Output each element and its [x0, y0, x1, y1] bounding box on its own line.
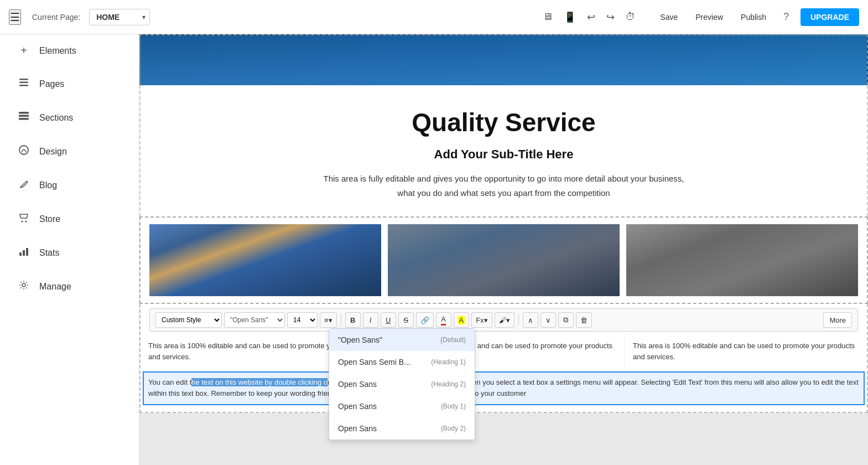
- sidebar-item-pages[interactable]: Pages: [0, 67, 139, 101]
- sidebar-item-blog-label: Blog: [39, 180, 57, 190]
- text-col-3-text: This area is 100% editable and can be us…: [633, 342, 855, 361]
- sidebar-item-manage[interactable]: Manage: [0, 270, 139, 303]
- canvas-area: Quality Service Add Your Sub-Title Here …: [139, 34, 868, 465]
- move-down-button[interactable]: ∨: [540, 312, 556, 328]
- duplicate-button[interactable]: ⧉: [558, 312, 574, 328]
- mechanic-image-2: [388, 224, 620, 296]
- mobile-view-button[interactable]: 📱: [560, 9, 579, 25]
- topbar-device-icons: 🖥 📱 ↩ ↪ ⏱: [539, 9, 639, 25]
- font-option-opensans-heading2[interactable]: Open Sans (Heading 2): [329, 373, 475, 395]
- svg-point-8: [25, 221, 27, 223]
- font-option-label-1: "Open Sans": [338, 335, 382, 344]
- quality-title: Quality Service: [152, 107, 856, 137]
- undo-button[interactable]: ↩: [584, 9, 599, 25]
- sidebar-item-store[interactable]: Store: [0, 202, 139, 236]
- body-text: This area is fully editable and gives yo…: [283, 172, 725, 200]
- store-icon: [17, 212, 30, 226]
- editable-text-highlight: he text on this website by double clicki…: [191, 378, 328, 386]
- preview-button[interactable]: Preview: [690, 9, 729, 25]
- mechanic-image-3: [626, 224, 858, 296]
- italic-button[interactable]: I: [363, 312, 378, 328]
- align-button[interactable]: ≡▾: [320, 312, 337, 328]
- hero-image: [141, 35, 867, 85]
- underline-button[interactable]: U: [381, 312, 396, 328]
- sections-icon: [17, 111, 30, 125]
- help-button[interactable]: ?: [778, 9, 794, 25]
- toolbar-section: Custom Style "Open Sans" 14 ≡▾ B I U S 🔗: [139, 304, 868, 413]
- svg-rect-3: [19, 112, 29, 114]
- svg-rect-2: [19, 85, 28, 86]
- stats-icon: [17, 246, 30, 260]
- pages-icon: [17, 77, 30, 91]
- text-color-button[interactable]: A: [436, 312, 451, 328]
- effects-button[interactable]: Fx▾: [471, 312, 492, 328]
- text-col-3: This area is 100% editable and can be us…: [625, 334, 867, 369]
- topbar: ☰ Current Page: HOME ABOUT CONTACT 🖥 📱 ↩…: [0, 0, 868, 34]
- more-button[interactable]: More: [823, 312, 852, 328]
- publish-button[interactable]: Publish: [735, 9, 772, 25]
- desktop-view-button[interactable]: 🖥: [539, 9, 556, 25]
- editable-text-box[interactable]: You can edit the text on this website by…: [143, 371, 865, 405]
- font-size-select[interactable]: 14: [287, 312, 318, 328]
- sidebar-item-sections[interactable]: Sections: [0, 101, 139, 135]
- font-option-tag-3: (Heading 2): [431, 380, 466, 388]
- font-option-opensans-default[interactable]: "Open Sans" (Default): [329, 329, 475, 351]
- save-button[interactable]: Save: [654, 9, 683, 25]
- blog-icon: [17, 178, 30, 192]
- sidebar-item-pages-label: Pages: [39, 79, 64, 89]
- sidebar-item-elements-label: Elements: [39, 46, 76, 56]
- move-up-button[interactable]: ∧: [523, 312, 538, 328]
- font-option-label-5: Open Sans: [338, 424, 377, 433]
- font-option-tag-1: (Default): [440, 336, 466, 344]
- sidebar-item-design[interactable]: Design: [0, 135, 139, 168]
- quality-service-section: Quality Service Add Your Sub-Title Here …: [139, 85, 868, 216]
- toolbar-sep-2: [518, 314, 519, 326]
- svg-rect-0: [19, 79, 28, 80]
- strikethrough-button[interactable]: S: [398, 312, 414, 328]
- text-columns-row: This area is 100% editable and can be us…: [141, 334, 867, 369]
- editable-text-content: You can edit t: [148, 378, 191, 386]
- paint-button[interactable]: 🖌▾: [495, 312, 514, 328]
- highlight-label: A: [458, 316, 465, 324]
- manage-icon: [17, 280, 30, 293]
- svg-rect-11: [26, 248, 28, 256]
- font-option-label-3: Open Sans: [338, 380, 377, 389]
- font-option-opensans-body2[interactable]: Open Sans (Body 2): [329, 417, 475, 440]
- font-option-opensans-body1[interactable]: Open Sans (Body 1): [329, 395, 475, 417]
- delete-button[interactable]: 🗑: [576, 312, 592, 328]
- hero-section: [139, 34, 868, 85]
- sidebar-item-store-label: Store: [39, 214, 60, 224]
- svg-point-6: [19, 146, 28, 154]
- main-layout: + Elements Pages Sections Design Blog: [0, 34, 868, 465]
- design-icon: [17, 144, 30, 158]
- svg-point-12: [22, 283, 25, 287]
- sidebar-item-elements[interactable]: + Elements: [0, 34, 139, 67]
- current-page-label: Current Page:: [32, 13, 80, 22]
- link-button[interactable]: 🔗: [416, 312, 434, 328]
- font-dropdown: "Open Sans" (Default) Open Sans Semi B..…: [329, 328, 475, 440]
- svg-point-7: [22, 221, 23, 223]
- style-select[interactable]: Custom Style: [155, 312, 222, 328]
- font-select[interactable]: "Open Sans": [224, 312, 285, 328]
- images-section: [139, 216, 868, 304]
- font-option-label-4: Open Sans: [338, 402, 377, 411]
- toolbar-sep-1: [341, 314, 341, 326]
- sidebar-item-stats[interactable]: Stats: [0, 236, 139, 270]
- history-button[interactable]: ⏱: [622, 9, 639, 25]
- page-select-dropdown[interactable]: HOME ABOUT CONTACT: [89, 9, 150, 25]
- font-option-opensans-heading1[interactable]: Open Sans Semi B... (Heading 1): [329, 351, 475, 373]
- sidebar-item-stats-label: Stats: [39, 248, 59, 258]
- font-option-label-2: Open Sans Semi B...: [338, 358, 410, 366]
- bold-button[interactable]: B: [345, 312, 361, 328]
- subtitle: Add Your Sub-Title Here: [152, 147, 856, 162]
- upgrade-button[interactable]: UPGRADE: [801, 8, 859, 26]
- redo-button[interactable]: ↪: [603, 9, 618, 25]
- svg-rect-5: [19, 118, 29, 120]
- hamburger-menu-button[interactable]: ☰: [9, 9, 21, 25]
- sidebar-item-blog[interactable]: Blog: [0, 168, 139, 202]
- highlight-button[interactable]: A: [454, 312, 470, 328]
- svg-rect-9: [19, 252, 22, 256]
- font-option-tag-5: (Body 2): [441, 425, 466, 432]
- editor-toolbar: Custom Style "Open Sans" 14 ≡▾ B I U S 🔗: [149, 308, 858, 332]
- sidebar-item-manage-label: Manage: [39, 282, 71, 292]
